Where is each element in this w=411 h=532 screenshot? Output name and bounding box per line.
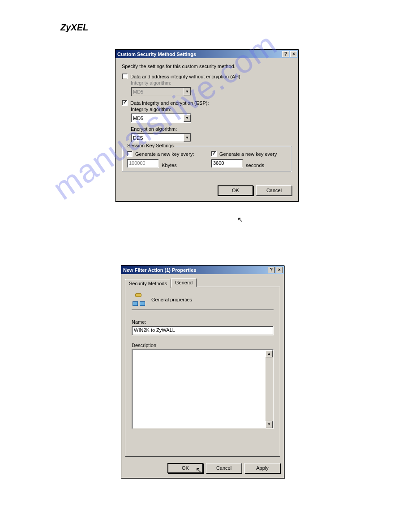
close-button[interactable]: × (276, 267, 283, 273)
dialog2-titlebar: New Filter Action (1) Properties ? × (121, 266, 284, 274)
esp-encryption-label: Encryption algorithm: (131, 126, 292, 132)
cancel-button[interactable]: Cancel (206, 463, 242, 473)
name-input[interactable]: WIN2K to ZyWALL (132, 326, 274, 335)
esp-label: Data integrity and encryption (ESP): (130, 100, 209, 106)
seconds-input[interactable]: 3600 (211, 159, 243, 168)
kbytes-unit: Kbytes (162, 163, 177, 168)
scroll-down-icon[interactable]: ▼ (265, 421, 273, 428)
custom-security-dialog: Custom Security Method Settings ? × Spec… (115, 49, 299, 202)
tab-general[interactable]: General (171, 278, 197, 287)
kbytes-input: 100000 (127, 159, 159, 168)
tab-security-methods[interactable]: Security Methods (125, 279, 171, 288)
dialog2-title: New Filter Action (1) Properties (123, 267, 267, 273)
dialog1-title: Custom Security Method Settings (117, 51, 281, 57)
esp-integrity-select[interactable]: MD5 ▼ (131, 113, 191, 123)
chevron-down-icon[interactable]: ▼ (184, 114, 191, 122)
name-label: Name: (132, 319, 274, 325)
general-properties-icon (132, 293, 146, 306)
kbytes-checkbox[interactable] (127, 151, 133, 157)
ah-integrity-value: MD5 (131, 89, 184, 94)
chevron-down-icon: ▼ (184, 88, 191, 95)
filter-action-dialog: New Filter Action (1) Properties ? × Sec… (121, 265, 284, 478)
description-label: Description: (132, 343, 274, 348)
tab-strip: Security Methods General (125, 278, 280, 287)
chevron-down-icon[interactable]: ▼ (184, 134, 191, 142)
scroll-up-icon[interactable]: ▲ (265, 350, 273, 357)
description-textarea[interactable]: ▲ ▼ (132, 349, 274, 429)
session-groupbox-title: Session Key Settings (126, 143, 175, 148)
esp-checkbox[interactable] (122, 100, 128, 106)
esp-integrity-label: Integrity algorithm: (131, 107, 292, 112)
ok-button[interactable]: OK (167, 463, 203, 473)
ah-label: Data and address integrity without encry… (130, 74, 240, 79)
ok-button[interactable]: OK (218, 185, 253, 196)
divider (132, 309, 274, 310)
instruction-text: Specify the settings for this custom sec… (122, 64, 292, 69)
scrollbar[interactable]: ▲ ▼ (265, 350, 273, 428)
dialog1-titlebar: Custom Security Method Settings ? × (116, 50, 298, 58)
ah-integrity-label: Integrity algorithm: (131, 80, 292, 86)
apply-button[interactable]: Apply (244, 463, 280, 473)
seconds-unit: seconds (246, 163, 264, 168)
esp-encryption-select[interactable]: DES ▼ (131, 133, 191, 142)
ah-checkbox[interactable] (122, 73, 128, 79)
esp-integrity-value: MD5 (131, 116, 184, 121)
help-button[interactable]: ? (268, 267, 275, 273)
ah-integrity-select: MD5 ▼ (131, 87, 191, 96)
cursor-icon: ↖ (237, 215, 243, 224)
general-heading: General properties (151, 297, 192, 302)
zyxel-logo: ZyXEL (60, 22, 88, 33)
session-key-groupbox: Session Key Settings Generate a new key … (122, 146, 292, 172)
kbytes-label: Generate a new key every: (135, 151, 194, 157)
cancel-button[interactable]: Cancel (256, 185, 292, 196)
seconds-checkbox[interactable] (211, 151, 217, 157)
close-button[interactable]: × (290, 51, 297, 57)
seconds-label: Generate a new key every (219, 151, 277, 157)
esp-encryption-value: DES (131, 135, 184, 141)
help-button[interactable]: ? (282, 51, 289, 57)
general-tab-panel: General properties Name: WIN2K to ZyWALL… (125, 287, 280, 457)
